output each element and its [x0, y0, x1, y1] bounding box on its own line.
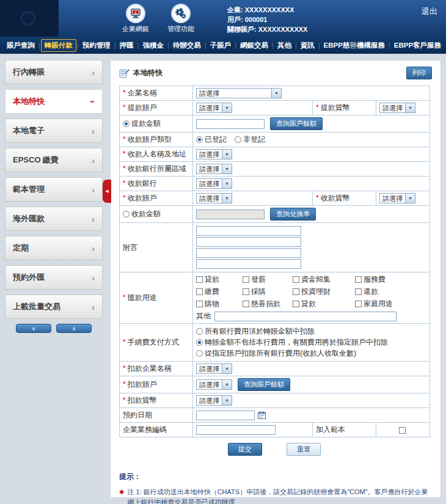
sidebar-item-fixed-deposit[interactable]: 定期 › — [5, 236, 103, 260]
sidebar-scroll-up-button[interactable]: ∧ — [56, 324, 92, 333]
purpose-payroll-checkbox[interactable]: 發薪 — [243, 274, 293, 285]
debit-amount-label: 提款金額 — [131, 119, 161, 128]
required-mark: * — [123, 194, 126, 202]
row-payee-name: *收款人名稱及地址 請選擇▼ — [120, 147, 430, 162]
sidebar-item-overseas-remittance[interactable]: 海外匯款 › — [5, 206, 103, 231]
nav-transfer-payment[interactable]: 轉賬付款 — [41, 39, 76, 52]
payee-bank-select[interactable]: 請選擇▼ — [196, 178, 232, 189]
purpose-charity-checkbox[interactable]: 慈善捐款 — [243, 299, 293, 309]
sidebar-scroll-down-button[interactable]: ∨ — [16, 324, 51, 333]
bank-emblem-icon — [21, 11, 35, 26]
remark-input-3[interactable] — [196, 248, 301, 258]
collapse-left-icon: ◀ — [105, 189, 108, 194]
check-balance-button-2[interactable]: 查詢賬戶餘額 — [238, 378, 290, 391]
management-functions-button[interactable]: 管理功能 — [167, 4, 194, 34]
charge-company-select[interactable]: 請選擇▼ — [196, 363, 232, 374]
nav-sub-accounts[interactable]: 子賬戶 — [207, 40, 235, 51]
required-mark: * — [123, 103, 126, 112]
nav-ebpp-charity[interactable]: EBPP慈善機構服務 — [321, 40, 388, 51]
fee-method-label: 手續費支付方式 — [128, 338, 179, 346]
remark-input-1[interactable] — [196, 226, 301, 236]
charge-account-select[interactable]: 請選擇▼ — [196, 379, 232, 390]
row-schedule-date: 預約日期 — [120, 408, 430, 423]
sidebar-item-intra-bank-transfer[interactable]: 行內轉賬 › — [5, 60, 103, 84]
payee-account-select[interactable]: 請選擇▼ — [196, 193, 232, 203]
charge-currency-select[interactable]: 請選擇▼ — [196, 395, 232, 406]
nav-schedule-management[interactable]: 預約管理 — [79, 40, 114, 51]
purpose-fund-pooling-checkbox[interactable]: 資金歸集 — [293, 274, 355, 285]
nav-others[interactable]: 其他 — [274, 40, 294, 51]
row-charge-account: *扣款賬戶 請選擇▼ 查詢賬戶餘額 — [120, 376, 430, 393]
sidebar-item-local-chats[interactable]: 本地特快 › — [5, 89, 103, 114]
bank-region-select[interactable]: 請選擇▼ — [196, 164, 232, 174]
submit-button[interactable]: 提交 — [228, 443, 262, 456]
debit-amount-radio[interactable] — [123, 120, 130, 127]
nav-ebpp-customer[interactable]: EBPP客戶服務 — [391, 40, 444, 51]
debit-currency-select[interactable]: 請選擇▼ — [379, 103, 415, 113]
fee-option-2-radio[interactable]: 轉賬金額不包括本行費用，有關費用將於指定賬戶中扣除 — [196, 338, 388, 346]
purpose-repayment-checkbox[interactable]: 還款 — [355, 287, 411, 297]
calendar-icon[interactable] — [258, 411, 266, 419]
purpose-procurement-checkbox[interactable]: 採購 — [243, 287, 293, 297]
required-mark: * — [316, 103, 319, 112]
sidebar-item-scheduled-fx[interactable]: 預約外匯 › — [5, 265, 103, 290]
debit-amount-input[interactable] — [196, 119, 265, 129]
chevron-right-icon: › — [92, 214, 95, 224]
check-balance-button[interactable]: 查詢賬戶餘額 — [270, 117, 323, 130]
print-button[interactable]: 列印 — [406, 67, 432, 79]
purpose-investment-checkbox[interactable]: 投資理財 — [293, 287, 355, 297]
fee-option-3-radio[interactable]: 從指定賬戶扣除所有銀行費用(收款人收取全數) — [196, 349, 356, 357]
schedule-date-input[interactable] — [196, 411, 255, 420]
corporate-banking-button[interactable]: $ 企業網銀 — [122, 4, 149, 34]
purpose-service-fee-checkbox[interactable]: 服務費 — [355, 274, 411, 285]
chevron-down-icon: ▼ — [222, 380, 232, 389]
payee-account-label: 收款賬戶 — [128, 194, 157, 202]
nav-trade-bills[interactable]: 押匯 — [117, 40, 137, 51]
purpose-shopping-checkbox[interactable]: 購物 — [196, 299, 243, 309]
payee-amount-radio[interactable] — [123, 211, 130, 217]
remark-input-4[interactable] — [196, 259, 301, 269]
nav-pending-transactions[interactable]: 待辦交易 — [170, 40, 204, 51]
sidebar-collapse-button[interactable]: ◀ — [103, 180, 111, 203]
debit-account-select[interactable]: 請選擇▼ — [196, 103, 232, 113]
nav-online-transactions[interactable]: 網銀交易 — [237, 40, 271, 51]
sidebar-item-batch-upload[interactable]: 上載批量交易 › — [5, 294, 103, 319]
chevron-right-icon: › — [92, 126, 95, 136]
chevron-down-icon: ▼ — [222, 179, 232, 188]
row-debit-amount: 提款金額 查詢賬戶餘額 — [120, 115, 430, 133]
reset-button[interactable]: 重置 — [287, 443, 321, 456]
nav-information[interactable]: 資訊 — [298, 40, 318, 51]
registered-radio-option[interactable]: 已登記 — [196, 135, 227, 144]
payee-name-select[interactable]: 請選擇▼ — [196, 149, 232, 159]
corporate-banking-label: 企業網銀 — [122, 24, 149, 34]
chevron-down-icon: ▼ — [222, 103, 232, 112]
required-mark: * — [123, 364, 126, 373]
purpose-loan-checkbox[interactable]: 貸款 — [196, 274, 243, 285]
chevron-down-icon: ▼ — [222, 150, 232, 159]
sidebar-item-template-management[interactable]: 範本管理 › — [5, 177, 103, 202]
check-rate-button[interactable]: 查詢兌換率 — [270, 208, 316, 221]
fee-option-1-radio[interactable]: 所有銀行費用須於轉賬金額中扣除 — [196, 327, 315, 335]
sidebar-item-local-electronic[interactable]: 本地電子 › — [5, 119, 103, 143]
required-mark: * — [123, 293, 126, 302]
payee-currency-select[interactable]: 請選擇▼ — [379, 193, 415, 203]
payee-amount-input[interactable] — [196, 210, 265, 219]
sidebar-item-epsco-payment[interactable]: EPSCO 繳費 › — [5, 148, 103, 172]
company-name-select[interactable]: 請選擇▼ — [196, 88, 282, 98]
business-code-input[interactable] — [196, 425, 276, 435]
purpose-bill-payment-checkbox[interactable]: 繳費 — [196, 287, 243, 297]
purpose-other-input[interactable] — [214, 312, 397, 321]
unregistered-radio-option[interactable]: 非登記 — [235, 135, 265, 144]
nav-account-inquiry[interactable]: 賬戶查詢 — [4, 40, 38, 51]
remark-input-2[interactable] — [196, 237, 301, 247]
required-mark: * — [123, 396, 126, 404]
purpose-family-checkbox[interactable]: 家庭用途 — [355, 299, 411, 309]
purpose-loan2-checkbox[interactable]: 貸款 — [293, 299, 355, 309]
gear-icon — [171, 4, 191, 23]
logout-button[interactable]: 退出 — [422, 6, 437, 17]
add-template-checkbox[interactable] — [399, 427, 406, 434]
chevron-right-icon: › — [92, 67, 95, 78]
nav-mpf[interactable]: 強積金 — [139, 40, 167, 51]
schedule-date-label: 預約日期 — [123, 411, 152, 419]
account-info: 企業: XXXXXXXXXXX 用戶: 000001 關聯賬戶: XXXXXXX… — [227, 5, 307, 35]
